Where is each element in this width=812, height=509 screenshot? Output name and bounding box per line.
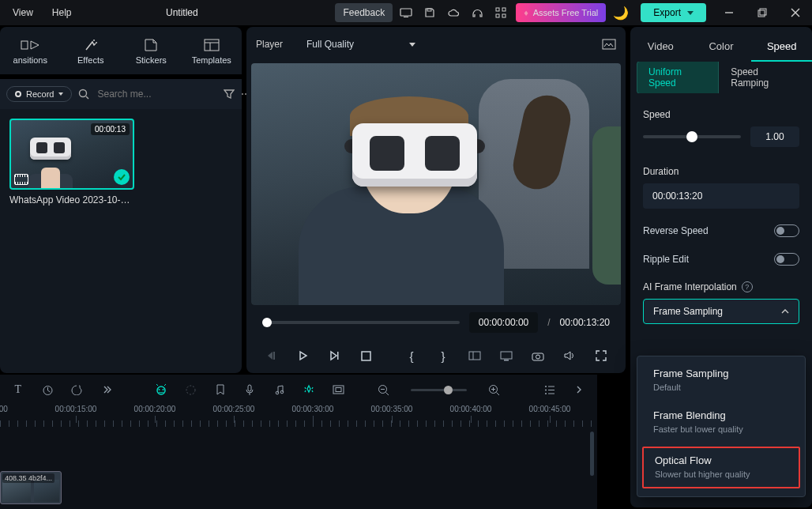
search-input[interactable]: [96, 88, 217, 100]
svg-rect-1: [404, 17, 408, 17]
effects-tool-icon[interactable]: [302, 381, 315, 398]
prev-frame-icon[interactable]: [262, 347, 280, 364]
more-tools-icon[interactable]: [100, 381, 113, 398]
media-clip[interactable]: 00:00:13 WhatsApp Video 2023-10-05...: [9, 119, 134, 205]
ripple-edit-toggle[interactable]: [774, 253, 799, 266]
svg-rect-4: [502, 8, 506, 11]
headphones-icon[interactable]: [465, 0, 489, 25]
display-icon[interactable]: [498, 347, 515, 364]
maximize-button[interactable]: [746, 0, 779, 25]
zoom-slider[interactable]: [411, 389, 467, 391]
svg-line-35: [164, 384, 166, 386]
ai-interpolation-select[interactable]: Frame Sampling: [643, 299, 799, 324]
document-title: Untitled: [166, 7, 198, 18]
timeline-ruler[interactable]: :10:0000:00:15:0000:00:20:0000:00:25:000…: [0, 405, 597, 427]
mark-out-icon[interactable]: }: [434, 347, 452, 364]
player-header: Player Full Quality: [246, 27, 626, 62]
svg-rect-0: [400, 9, 412, 16]
zoom-out-icon[interactable]: [377, 381, 390, 398]
zoom-in-icon[interactable]: [487, 381, 501, 398]
subtab-speed-ramping[interactable]: Speed Ramping: [719, 62, 806, 93]
reverse-speed-toggle[interactable]: [774, 224, 799, 237]
timeline-clip[interactable]: 408.35 4b2f4...: [0, 471, 62, 504]
option-frame-sampling[interactable]: Frame Sampling Default: [637, 360, 805, 402]
music-icon[interactable]: [273, 381, 286, 398]
tab-video[interactable]: Video: [630, 40, 691, 62]
apps-icon[interactable]: [489, 0, 513, 25]
media-library: 00:00:13 WhatsApp Video 2023-10-05...: [0, 109, 242, 373]
clip-name: WhatsApp Video 2023-10-05...: [9, 194, 134, 205]
camera-icon[interactable]: [529, 347, 547, 364]
subtab-uniform-speed[interactable]: Uniform Speed: [637, 62, 719, 93]
tab-effects[interactable]: Effects: [65, 37, 117, 65]
quality-select[interactable]: Full Quality: [306, 39, 415, 50]
ai-tool-icon[interactable]: [154, 381, 168, 398]
ripple-edit-label: Ripple Edit: [643, 254, 689, 265]
svg-point-32: [158, 389, 160, 390]
svg-rect-27: [504, 360, 509, 361]
tab-templates[interactable]: Templates: [186, 37, 238, 65]
tab-color[interactable]: Color: [691, 40, 752, 62]
tab-transitions[interactable]: ansitions: [4, 37, 56, 65]
option-frame-blending[interactable]: Frame Blending Faster but lower quality: [637, 402, 805, 443]
stop-icon[interactable]: [357, 347, 374, 364]
menu-view[interactable]: View: [3, 4, 43, 21]
list-view-icon[interactable]: [543, 381, 556, 398]
help-icon[interactable]: ?: [742, 281, 753, 292]
timeline-toolbar: T: [0, 375, 597, 405]
fullscreen-icon[interactable]: [592, 347, 610, 364]
filter-icon[interactable]: [224, 89, 235, 100]
svg-rect-5: [496, 14, 499, 17]
record-button[interactable]: Record: [6, 86, 72, 102]
menu-help[interactable]: Help: [43, 4, 81, 21]
tab-stickers[interactable]: Stickers: [125, 37, 177, 65]
svg-rect-2: [427, 9, 431, 11]
svg-point-36: [186, 386, 195, 394]
profile-icon[interactable]: 🌙: [609, 0, 633, 25]
play-all-icon[interactable]: [325, 347, 343, 364]
crop-tool-icon[interactable]: [331, 381, 344, 398]
text-tool-icon[interactable]: T: [11, 381, 24, 398]
svg-rect-40: [333, 386, 344, 394]
left-tabs: ansitions Effects Stickers Templates: [0, 27, 242, 74]
svg-point-18: [80, 90, 87, 97]
tab-speed[interactable]: Speed: [751, 40, 812, 62]
search-bar: Record ⋯: [0, 79, 242, 109]
video-preview[interactable]: [251, 63, 621, 305]
option-optical-flow[interactable]: Optical Flow Slower but higher quality: [642, 447, 800, 488]
svg-rect-20: [603, 40, 615, 49]
ai-interpolation-dropdown: Frame Sampling Default Frame Blending Fa…: [637, 356, 806, 497]
assets-trial-button[interactable]: ♦ Assets Free Trial: [516, 3, 606, 22]
speed-slider[interactable]: [643, 135, 741, 138]
minimize-button[interactable]: [712, 0, 746, 25]
svg-rect-15: [205, 40, 219, 51]
export-button[interactable]: Export: [641, 3, 706, 22]
svg-line-34: [156, 384, 158, 386]
marker-icon[interactable]: [213, 381, 227, 398]
palette-icon[interactable]: [70, 381, 84, 398]
snapshot-icon[interactable]: [602, 39, 616, 50]
player-controls: { }: [246, 338, 626, 373]
settings-dots-icon[interactable]: [184, 381, 197, 398]
volume-icon[interactable]: [561, 347, 578, 364]
cloud-icon[interactable]: [442, 0, 465, 25]
speed-value[interactable]: 1.00: [750, 126, 799, 147]
feedback-button[interactable]: Feedback: [335, 3, 393, 22]
speed-label: Speed: [643, 109, 799, 120]
duration-input[interactable]: 00:00:13:20: [643, 183, 799, 209]
settings-caret-icon[interactable]: [573, 381, 586, 398]
close-button[interactable]: [779, 0, 812, 25]
timer-icon[interactable]: [40, 381, 54, 398]
seek-bar[interactable]: [262, 321, 460, 324]
player-label: Player: [256, 39, 283, 50]
mic-icon[interactable]: [242, 381, 256, 398]
svg-point-14: [96, 42, 97, 43]
svg-rect-23: [362, 352, 370, 360]
mark-in-icon[interactable]: {: [403, 347, 420, 364]
save-icon[interactable]: [418, 0, 442, 25]
gem-icon: ♦: [524, 8, 528, 17]
svg-point-13: [93, 40, 95, 41]
device-icon[interactable]: [394, 0, 418, 25]
ratio-icon[interactable]: [466, 347, 483, 364]
play-icon[interactable]: [294, 347, 311, 364]
